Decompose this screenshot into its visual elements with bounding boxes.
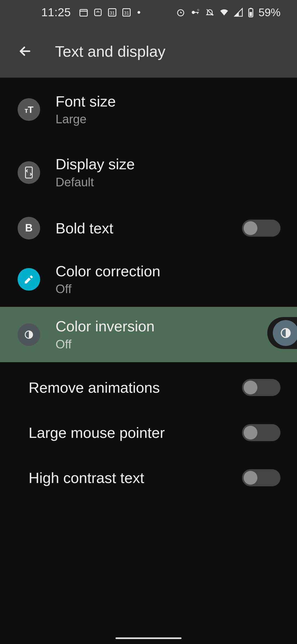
svg-text:31: 31: [124, 10, 129, 15]
item-remove-animations[interactable]: Remove animations: [0, 365, 297, 410]
item-title: Display size: [56, 156, 284, 172]
overflow-dot-icon: [138, 11, 140, 14]
remove-animations-toggle[interactable]: [242, 379, 280, 396]
item-subtitle: Off: [56, 282, 284, 296]
item-subtitle: Off: [56, 337, 284, 351]
dnd-off-icon: [205, 8, 215, 17]
item-subtitle: Default: [56, 175, 284, 189]
status-left: 11:25 31 31: [41, 6, 142, 19]
item-font-size[interactable]: тT Font size Large: [0, 78, 297, 137]
arrow-left-icon: [17, 43, 33, 59]
svg-rect-13: [250, 8, 252, 9]
settings-list: тT Font size Large Display size Default …: [0, 78, 297, 644]
svg-rect-12: [249, 12, 252, 16]
add-alarm-icon: [176, 8, 185, 17]
accessibility-shortcut-bubble[interactable]: [267, 317, 297, 349]
item-title: Large mouse pointer: [29, 424, 242, 441]
bold-text-toggle[interactable]: [242, 220, 280, 237]
eyedropper-icon: [18, 268, 40, 291]
item-high-contrast-text[interactable]: High contrast text: [0, 455, 297, 500]
invert-colors-icon: [279, 326, 292, 340]
large-mouse-pointer-toggle[interactable]: [242, 424, 280, 441]
item-title: Font size: [56, 93, 284, 110]
page-title: Text and display: [55, 42, 166, 60]
app-bar: Text and display: [0, 25, 297, 78]
item-title: Color correction: [56, 263, 284, 279]
wifi-icon: [219, 8, 229, 17]
svg-text:G: G: [197, 8, 199, 11]
signal-icon: [234, 8, 243, 17]
high-contrast-text-toggle[interactable]: [242, 469, 280, 486]
status-right: G 59%: [176, 6, 280, 19]
svg-rect-9: [197, 12, 198, 14]
home-indicator[interactable]: [116, 637, 182, 639]
battery-icon: [248, 7, 254, 17]
item-large-mouse-pointer[interactable]: Large mouse pointer: [0, 410, 297, 455]
invert-colors-icon: [18, 323, 40, 346]
svg-text:31: 31: [109, 10, 114, 15]
item-color-correction[interactable]: Color correction Off: [0, 252, 297, 307]
display-size-icon: [18, 161, 40, 184]
date-31a-icon: 31: [107, 7, 117, 17]
back-button[interactable]: [13, 39, 37, 63]
date-31b-icon: 31: [122, 7, 131, 17]
item-bold-text[interactable]: B Bold text: [0, 206, 297, 251]
svg-rect-8: [194, 12, 199, 13]
item-display-size[interactable]: Display size Default: [0, 145, 297, 200]
item-title: Color inversion: [56, 318, 284, 334]
item-title: Remove animations: [29, 379, 242, 396]
bold-icon: B: [18, 217, 40, 239]
item-title: Bold text: [56, 220, 242, 236]
font-size-icon: тT: [18, 98, 40, 121]
svg-rect-14: [26, 167, 32, 178]
calendar-today-icon: [79, 7, 89, 17]
svg-rect-0: [80, 10, 87, 16]
item-subtitle: Large: [56, 112, 284, 126]
touch-icon: [93, 7, 103, 17]
vpn-key-icon: G: [190, 8, 201, 17]
item-title: High contrast text: [29, 470, 242, 486]
battery-percent: 59%: [258, 6, 280, 19]
item-color-inversion[interactable]: Color inversion Off: [0, 307, 297, 362]
clock: 11:25: [41, 6, 71, 19]
status-bar: 11:25 31 31 G 59%: [0, 0, 297, 25]
